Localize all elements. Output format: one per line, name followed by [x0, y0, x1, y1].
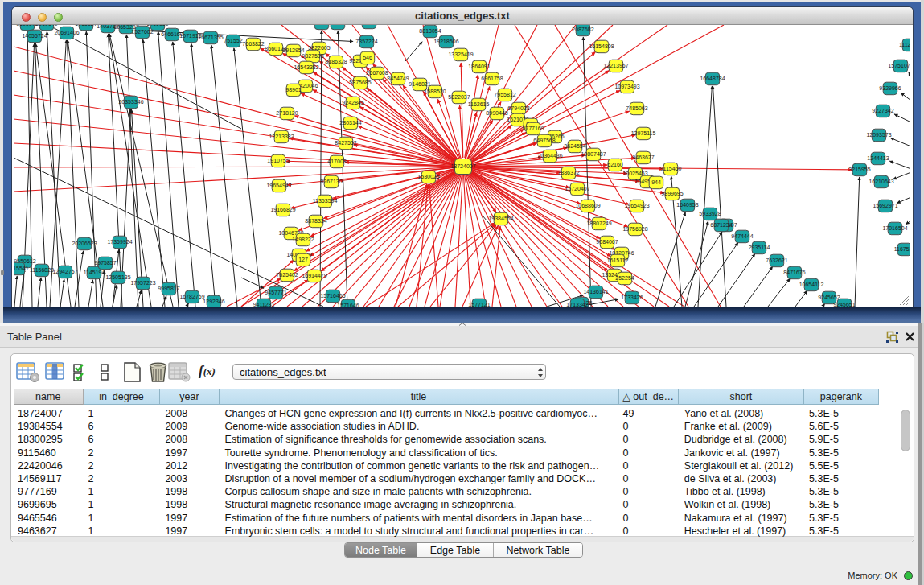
svg-text:1145194: 1145194: [84, 270, 105, 275]
svg-text:1162615: 1162615: [468, 101, 490, 107]
svg-text:20691406: 20691406: [54, 30, 79, 35]
svg-text:1571646: 1571646: [337, 303, 359, 308]
svg-text:10654112: 10654112: [799, 282, 824, 287]
svg-text:252254: 252254: [615, 275, 634, 281]
svg-text:2087682: 2087682: [572, 27, 593, 32]
svg-text:16671355: 16671355: [198, 35, 223, 40]
svg-text:13325419: 13325419: [448, 51, 473, 57]
svg-text:5822037: 5822037: [448, 94, 470, 100]
svg-text:9146821: 9146821: [409, 81, 430, 87]
svg-text:1065327: 1065327: [75, 21, 97, 27]
svg-text:9245651: 9245651: [833, 302, 855, 307]
svg-text:9245652: 9245652: [818, 295, 840, 300]
svg-text:19654942: 19654942: [266, 183, 291, 188]
svg-text:9474444: 9474444: [731, 233, 753, 239]
svg-text:16543382: 16543382: [294, 64, 318, 70]
svg-text:19218506: 19218506: [433, 39, 458, 44]
svg-text:16914479: 16914479: [302, 273, 326, 278]
svg-text:9827503: 9827503: [302, 53, 323, 59]
svg-text:7485063: 7485063: [626, 105, 647, 111]
svg-text:14055724: 14055724: [22, 33, 47, 39]
svg-text:5933928: 5933928: [699, 211, 721, 216]
svg-text:1615112: 1615112: [607, 257, 629, 263]
svg-text:20353346: 20353346: [118, 99, 143, 105]
svg-text:18724007: 18724007: [450, 163, 475, 169]
svg-text:16210643: 16210643: [869, 179, 893, 184]
svg-text:17016504: 17016504: [882, 225, 907, 231]
svg-text:2667608: 2667608: [366, 70, 388, 76]
svg-text:1244413: 1244413: [867, 155, 889, 161]
svg-text:6466160: 6466160: [146, 21, 168, 27]
svg-text:8471676: 8471676: [783, 270, 805, 275]
svg-text:15751074: 15751074: [888, 63, 913, 68]
svg-text:10973493: 10973493: [614, 84, 639, 89]
svg-text:546: 546: [363, 55, 372, 60]
svg-text:7955812: 7955812: [494, 92, 515, 97]
svg-text:9411231: 9411231: [253, 302, 275, 307]
svg-text:16154808: 16154808: [589, 43, 614, 49]
svg-text:1112045: 1112045: [899, 42, 920, 47]
svg-text:2718120: 2718120: [276, 110, 298, 116]
svg-text:15720407: 15720407: [565, 186, 589, 192]
svg-text:8990448: 8990448: [486, 110, 507, 116]
svg-text:12505135: 12505135: [105, 274, 130, 280]
svg-text:1713342: 1713342: [566, 302, 588, 307]
svg-text:1588520: 1588520: [424, 89, 446, 94]
svg-text:3215955: 3215955: [848, 167, 870, 172]
svg-text:12213967: 12213967: [603, 63, 628, 68]
svg-text:5875685: 5875685: [349, 80, 371, 85]
svg-text:9463627: 9463627: [632, 154, 654, 160]
svg-text:9975857: 9975857: [94, 260, 116, 266]
svg-text:751552: 751552: [224, 38, 242, 43]
svg-text:16648784: 16648784: [700, 76, 725, 81]
svg-text:8912954: 8912954: [282, 47, 304, 53]
svg-text:8813054: 8813054: [419, 28, 441, 34]
svg-text:19384554: 19384554: [488, 216, 513, 221]
svg-text:12213382: 12213382: [269, 134, 294, 139]
svg-text:20364436: 20364436: [537, 153, 562, 159]
svg-text:7625402: 7625402: [276, 272, 298, 278]
svg-text:16782759: 16782759: [179, 294, 204, 299]
svg-text:16033809: 16033809: [309, 20, 334, 26]
svg-text:6794028: 6794028: [507, 105, 529, 111]
svg-text:9457771: 9457771: [265, 290, 286, 295]
svg-text:10807487: 10807487: [581, 151, 606, 157]
svg-text:1167533: 1167533: [894, 246, 916, 252]
svg-text:9995817: 9995817: [158, 286, 179, 291]
svg-text:8427552: 8427552: [335, 140, 356, 146]
svg-text:2803144: 2803144: [339, 120, 361, 126]
svg-text:19654923: 19654923: [624, 203, 649, 208]
svg-text:15692971: 15692971: [873, 203, 897, 208]
svg-text:1640953: 1640953: [676, 202, 698, 208]
svg-text:7632621: 7632621: [766, 257, 787, 263]
svg-text:6871234: 6871234: [710, 222, 732, 228]
svg-text:8454749: 8454749: [387, 76, 409, 81]
svg-text:9899695: 9899695: [661, 191, 683, 196]
svg-text:9242845: 9242845: [342, 100, 363, 105]
svg-text:15716465: 15716465: [320, 293, 345, 299]
svg-text:1527602: 1527602: [131, 29, 153, 35]
svg-text:7663822: 7663822: [242, 41, 264, 47]
svg-text:1292346: 1292346: [203, 299, 224, 304]
svg-text:1498222: 1498222: [292, 237, 314, 242]
svg-text:7886372: 7886372: [557, 170, 579, 175]
svg-text:20206523: 20206523: [72, 241, 97, 246]
svg-text:944: 944: [651, 179, 661, 185]
svg-text:98901: 98901: [285, 87, 302, 93]
svg-text:14136141: 14136141: [583, 289, 608, 295]
svg-text:11353594: 11353594: [313, 198, 338, 204]
svg-text:8878334: 8878334: [305, 218, 326, 224]
svg-text:1864091: 1864091: [468, 64, 490, 69]
svg-text:7357224: 7357224: [355, 39, 377, 44]
svg-text:6497568: 6497568: [533, 138, 555, 143]
svg-text:8186328: 8186328: [325, 59, 347, 64]
svg-text:6961758: 6961758: [481, 76, 503, 81]
svg-text:9227342: 9227342: [872, 108, 893, 113]
svg-text:1577121: 1577121: [468, 302, 490, 307]
svg-text:9084067: 9084067: [596, 239, 618, 245]
svg-text:19166829: 19166829: [270, 207, 295, 212]
svg-text:9115460: 9115460: [660, 166, 682, 171]
svg-text:9777169: 9777169: [522, 126, 544, 131]
svg-text:17957223: 17957223: [130, 280, 155, 286]
svg-text:18807249: 18807249: [586, 220, 611, 226]
